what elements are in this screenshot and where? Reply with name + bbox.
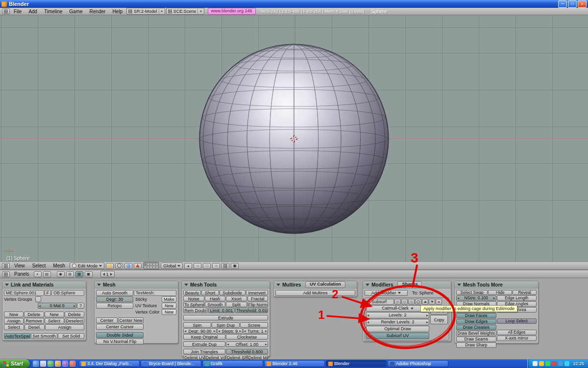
mat-assign-button[interactable]: Assign	[45, 324, 84, 330]
taskbar-task-blender246[interactable]: Blender 2.46	[264, 360, 325, 367]
rem-doubles-button[interactable]: Rem Doubl	[183, 308, 208, 313]
screen-delete-icon[interactable]: ×	[159, 9, 163, 14]
spin-dup-button[interactable]: Spin Dup	[212, 322, 240, 328]
move-up-icon[interactable]	[422, 299, 428, 305]
quicklaunch-browser-icon[interactable]	[33, 361, 39, 367]
draw-creases-button[interactable]: Draw Creases	[456, 325, 496, 330]
draw-faces-button[interactable]: Draw Faces	[456, 313, 496, 318]
join-threshold-slider[interactable]: Threshold 0.800	[226, 349, 268, 354]
scene-delete-icon[interactable]: ×	[197, 9, 202, 14]
logic-context-icon[interactable]: ◐	[34, 271, 42, 277]
tray-icon-4[interactable]	[552, 361, 557, 366]
collapse-icon[interactable]	[97, 284, 101, 286]
snap-magnet-icon[interactable]: ∩	[212, 263, 220, 269]
center-new-button[interactable]: Center New	[118, 317, 144, 323]
screen-selector[interactable]: SR:2-Model ×	[126, 8, 165, 15]
quicklaunch-blender-icon[interactable]	[70, 361, 75, 367]
quicklaunch-media-icon[interactable]	[48, 361, 53, 367]
tray-icon-2[interactable]	[539, 361, 544, 366]
mat-new-button[interactable]: New	[45, 312, 64, 317]
collapse-icon[interactable]	[276, 284, 280, 286]
center-button[interactable]: Center	[96, 317, 118, 323]
vg-assign-button[interactable]: Assign	[4, 318, 24, 324]
mesh-tools-button[interactable]: Split	[226, 302, 247, 307]
no-vnormal-flip-button[interactable]: No V.Normal Flip	[96, 339, 144, 344]
limit-slider[interactable]: Limit: 0.001	[208, 308, 235, 313]
menu-file[interactable]: File	[11, 9, 24, 14]
orientation-dropdown[interactable]: Global	[161, 263, 183, 269]
draw-edges-button[interactable]: Draw Edges	[456, 319, 496, 324]
mesh-tools-button[interactable]: To Sphere	[183, 302, 204, 307]
vg-desel-button[interactable]: Desel.	[24, 324, 45, 330]
tab-uv-calculation[interactable]: UV Calculation	[305, 281, 345, 288]
manipulator-hand-icon[interactable]	[124, 263, 132, 269]
quicklaunch-app-icon[interactable]	[62, 361, 68, 367]
editing-context-icon[interactable]: ▦	[75, 271, 83, 277]
layers-widget[interactable]	[143, 262, 159, 269]
menu-render[interactable]: Render	[87, 9, 109, 14]
menu-game[interactable]: Game	[66, 9, 85, 14]
tab-shapes[interactable]: Shapes	[397, 281, 422, 288]
viewport-3d[interactable]: (1) Sphere	[0, 15, 588, 262]
vertex-groups-menu-button[interactable]	[35, 296, 41, 302]
menu-timeline[interactable]: Timeline	[41, 9, 65, 14]
edge-length-button[interactable]: Edge Length	[497, 295, 537, 301]
set-solid-button[interactable]: Set Solid	[58, 333, 84, 339]
vertex-color-new-button[interactable]: New	[162, 309, 176, 315]
panel-header[interactable]: Mesh Tools	[182, 281, 270, 289]
manipulator-scale-icon[interactable]: □	[203, 263, 211, 269]
copy-modifier-button[interactable]: Copy	[430, 315, 448, 324]
keep-original-button[interactable]: Keep Original	[183, 334, 225, 340]
scene-context-icon[interactable]: ▣	[85, 271, 93, 277]
manipulator-rotate-icon[interactable]: ○	[194, 263, 201, 269]
mesh-tools-button[interactable]: Beauty	[183, 290, 201, 295]
collapse-icon[interactable]	[5, 284, 9, 286]
retopo-button[interactable]: Retopo	[96, 303, 133, 309]
mesh-tools-button[interactable]: Fractal	[247, 296, 269, 301]
render-levels-field[interactable]: Render Levels: 2	[366, 319, 429, 325]
window-titlebar[interactable]: Blender ─ □ ×	[0, 0, 588, 8]
mesh-tools-button[interactable]: Xsort	[226, 296, 247, 301]
proportional-edit-icon[interactable]	[134, 263, 142, 269]
nsize-field[interactable]: NSize: 0.100	[456, 295, 496, 301]
material-index-field[interactable]: 0 Mat 0	[38, 303, 76, 309]
add-multires-button[interactable]: Add Multires	[275, 290, 355, 296]
taskbar-task-bryce-board[interactable]: Bryce-Board | Blende...	[141, 360, 201, 367]
mesh-tools-button[interactable]: Innervert	[246, 290, 268, 295]
mesh-name-field[interactable]: ME:Sphere.001	[4, 290, 44, 296]
double-sided-button[interactable]: Double Sided	[96, 332, 144, 338]
menu-mesh[interactable]: Mesh	[50, 263, 68, 268]
close-button[interactable]: ×	[578, 0, 587, 8]
buttons-page-field[interactable]: 1	[100, 271, 115, 277]
modifier-name-field[interactable]: Subsurf	[369, 299, 394, 305]
mat-deselect-button[interactable]: Deselect	[65, 318, 84, 324]
script-context-icon[interactable]: ▤	[43, 271, 51, 277]
clockwise-button[interactable]: Clockwise	[226, 334, 268, 340]
object-name-field[interactable]: OB:Sphere	[51, 290, 84, 296]
tray-icon-1[interactable]	[533, 361, 538, 366]
pivot-icon[interactable]	[115, 263, 123, 269]
vg-select-button[interactable]: Select	[4, 324, 24, 330]
vg-new-button[interactable]: New	[4, 312, 24, 317]
mesh-tools-button[interactable]: Flip Normal	[247, 302, 269, 307]
degr-field[interactable]: Degr: 90.00	[183, 328, 217, 334]
taskbar-task-blender-active[interactable]: Blender	[326, 360, 387, 367]
subdivision-type-dropdown[interactable]: Catmull-Clark	[366, 305, 429, 312]
cage-toggle-icon[interactable]	[415, 299, 421, 305]
menu-view[interactable]: View	[11, 263, 28, 268]
draw-type-icon[interactable]	[106, 263, 114, 269]
tray-icon-3[interactable]	[545, 361, 550, 366]
panels-menu[interactable]: Panels	[11, 271, 32, 277]
collapse-icon[interactable]	[184, 284, 188, 286]
extrude-button[interactable]: Extrude	[183, 315, 268, 320]
viewport-menu-icon[interactable]	[2, 263, 10, 269]
mat-select-button[interactable]: Select	[45, 318, 64, 324]
panel-header[interactable]: Multires UV Calculation	[274, 281, 357, 289]
page-next-icon[interactable]	[110, 273, 112, 276]
autotexspace-button[interactable]: AutoTexSpace	[4, 333, 30, 339]
auto-smooth-button[interactable]: Auto Smooth	[96, 290, 133, 296]
delete-modifier-icon[interactable]: ×	[436, 299, 442, 305]
quicklaunch-folder-icon[interactable]	[55, 361, 61, 367]
quicklaunch-desktop-icon[interactable]	[40, 361, 46, 367]
taskbar-task-photoshop[interactable]: Adobe Photoshop	[388, 360, 448, 367]
